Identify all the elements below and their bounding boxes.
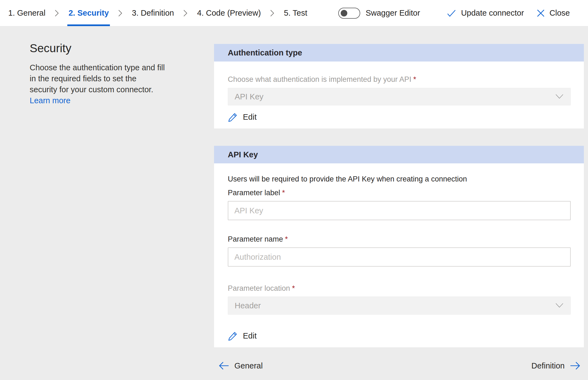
update-connector-label: Update connector [461, 9, 524, 18]
parameter-label-input[interactable] [228, 201, 571, 220]
parameter-label-field-label: Parameter label* [228, 189, 571, 197]
tab-general[interactable]: 1. General [7, 0, 47, 26]
tab-definition[interactable]: 3. Definition [130, 0, 176, 26]
api-key-card-header: API Key [214, 146, 584, 163]
page-content: Security Choose the authentication type … [0, 26, 588, 380]
parameter-location-dropdown-value: Header [235, 301, 261, 310]
parameter-name-input[interactable] [228, 247, 571, 267]
breadcrumb-separator-icon [55, 0, 59, 26]
tab-code-preview-label: 4. Code (Preview) [197, 9, 261, 18]
breadcrumb-separator-icon [270, 0, 274, 26]
swagger-editor-label: Swagger Editor [366, 9, 420, 18]
page-title: Security [30, 42, 166, 55]
edit-pencil-icon [228, 331, 238, 341]
breadcrumb-separator-icon [118, 0, 123, 26]
footer-step-nav: General Definition [214, 358, 584, 373]
toggle-knob [341, 10, 347, 16]
edit-auth-type-button[interactable]: Edit [228, 112, 257, 122]
next-to-definition-button[interactable]: Definition [531, 361, 581, 370]
chevron-down-icon [555, 303, 564, 308]
topbar-actions: Swagger Editor Update connector Close [338, 0, 570, 26]
tab-test-label: 5. Test [284, 9, 307, 18]
wizard-step-bar: 1. General 2. Security 3. Definition 4. … [0, 0, 588, 26]
next-to-definition-label: Definition [531, 361, 565, 370]
required-marker: * [292, 284, 295, 292]
edit-pencil-icon [228, 112, 238, 122]
parameter-location-field-label: Parameter location* [228, 284, 571, 293]
arrow-right-icon [570, 361, 581, 370]
tab-security-label: 2. Security [68, 9, 109, 18]
required-marker: * [282, 189, 285, 197]
swagger-editor-toggle-group: Swagger Editor [338, 8, 420, 19]
checkmark-icon [446, 9, 456, 18]
api-key-card-description: Users will be required to provide the AP… [228, 175, 571, 183]
parameter-location-dropdown: Header [228, 297, 571, 315]
learn-more-link[interactable]: Learn more [30, 95, 70, 106]
auth-type-field-label: Choose what authentication is implemente… [228, 75, 571, 84]
required-marker: * [285, 235, 288, 243]
arrow-left-icon [218, 361, 229, 370]
close-button[interactable]: Close [537, 9, 570, 18]
tab-code-preview[interactable]: 4. Code (Preview) [195, 0, 262, 26]
wizard-steps: 1. General 2. Security 3. Definition 4. … [0, 0, 310, 26]
parameter-name-field-label: Parameter name* [228, 235, 571, 244]
breadcrumb-separator-icon [183, 0, 188, 26]
update-connector-button[interactable]: Update connector [446, 9, 524, 18]
tab-definition-label: 3. Definition [132, 9, 174, 18]
tab-security[interactable]: 2. Security [67, 0, 110, 26]
back-to-general-button[interactable]: General [218, 361, 263, 370]
authentication-type-card-body: Choose what authentication is implemente… [214, 75, 584, 123]
authentication-type-card-header: Authentication type [214, 44, 584, 62]
swagger-editor-toggle[interactable] [338, 8, 360, 19]
api-key-card-body: Users will be required to provide the AP… [214, 175, 584, 342]
close-label: Close [550, 9, 570, 18]
tab-test[interactable]: 5. Test [282, 0, 309, 26]
edit-label: Edit [243, 113, 257, 122]
custom-connector-security-page: 1. General 2. Security 3. Definition 4. … [0, 0, 588, 380]
page-description: Choose the authentication type and fill … [30, 62, 166, 95]
edit-api-key-button[interactable]: Edit [228, 331, 257, 341]
back-to-general-label: General [234, 361, 263, 370]
auth-type-dropdown-value: API Key [235, 92, 264, 101]
close-icon [537, 9, 545, 17]
required-marker: * [413, 75, 416, 83]
edit-label: Edit [243, 331, 257, 340]
chevron-down-icon [555, 94, 564, 99]
tab-general-label: 1. General [8, 9, 45, 18]
authentication-type-card: Authentication type Choose what authenti… [214, 44, 584, 128]
security-intro-panel: Security Choose the authentication type … [30, 42, 166, 106]
auth-type-dropdown: API Key [228, 88, 571, 105]
api-key-card: API Key Users will be required to provid… [214, 146, 584, 347]
